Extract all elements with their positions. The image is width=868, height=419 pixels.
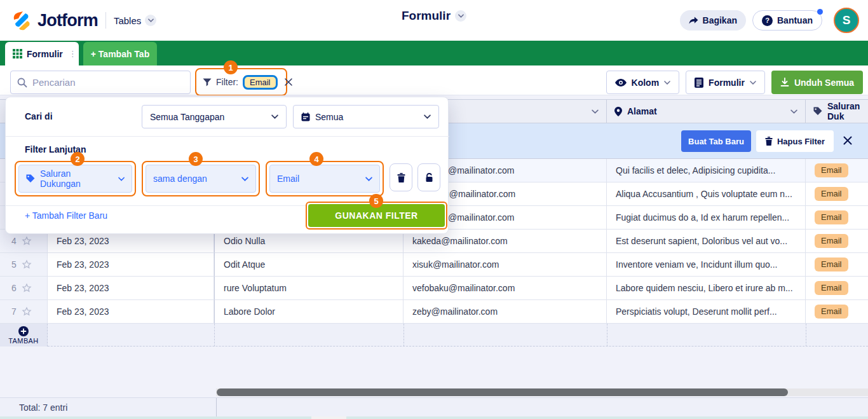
filter-field-value: Saluran Dukungan xyxy=(40,168,108,189)
document-icon xyxy=(695,78,703,88)
tables-product-dropdown[interactable]: Tables xyxy=(114,15,156,26)
avatar[interactable]: S xyxy=(834,8,859,33)
cell-alamat[interactable]: Est deserunt sapient, Doloribus vel aut … xyxy=(607,230,806,253)
date-range-value: Semua xyxy=(315,112,343,122)
filter-field-select[interactable]: Saluran Dukungan xyxy=(18,165,132,193)
filter-value-value: Email xyxy=(277,174,299,184)
total-entries-label: Total: 7 entri xyxy=(19,402,67,413)
value-select-highlight: Email xyxy=(266,161,384,196)
cell-email[interactable]: xisuk@mailinator.com xyxy=(403,253,607,277)
horizontal-scrollbar-track[interactable] xyxy=(216,388,868,396)
field-select-highlight: Saluran Dukungan xyxy=(15,161,136,196)
horizontal-scrollbar-thumb[interactable] xyxy=(217,388,788,396)
close-action-bar-icon[interactable] xyxy=(841,134,854,147)
cell-name[interactable]: Odit Atque xyxy=(214,253,403,277)
add-tab-button[interactable]: + Tambah Tab xyxy=(83,42,157,65)
cell-alamat[interactable]: Perspiciatis volupt, Deserunt mollit per… xyxy=(607,300,806,324)
filter-operator-select[interactable]: sama dengan xyxy=(146,165,256,193)
cell-date[interactable]: Feb 23, 2023 xyxy=(48,253,214,277)
email-type-badge: Email xyxy=(815,210,848,224)
columns-button[interactable]: Kolom xyxy=(606,71,680,94)
unlock-icon xyxy=(425,173,433,182)
chevron-down-icon xyxy=(790,109,797,114)
download-all-button[interactable]: Unduh Semua xyxy=(771,71,863,94)
chevron-down-icon xyxy=(241,177,248,181)
search-box[interactable] xyxy=(10,71,191,94)
form-title-dropdown[interactable]: Formulir xyxy=(402,0,466,32)
email-type-badge: Email xyxy=(815,163,848,177)
row-number-cell[interactable]: 7 xyxy=(0,300,48,324)
cell-saluran[interactable]: Email xyxy=(806,300,868,324)
cell-alamat[interactable]: Fugiat ducimus do a, Id ex harum repelle… xyxy=(607,206,806,230)
cell-saluran[interactable]: Email xyxy=(806,182,868,206)
jotform-tables-app: Jotform Tables Formulir Bagikan xyxy=(0,0,868,419)
cell-date[interactable]: Feb 23, 2023 xyxy=(48,277,214,300)
cell-alamat[interactable]: Qui facilis et delec, Adipisicing cupidi… xyxy=(607,159,806,182)
star-icon[interactable] xyxy=(22,236,32,246)
star-icon[interactable] xyxy=(22,306,32,317)
annotation-badge-3: 3 xyxy=(189,152,203,166)
help-button[interactable]: ? Bantuan xyxy=(752,10,822,31)
chevron-down-icon xyxy=(455,10,466,22)
star-icon[interactable] xyxy=(22,283,32,293)
cell-alamat[interactable]: Labore quidem nesciu, Libero et irure ab… xyxy=(607,277,806,300)
share-button[interactable]: Bagikan xyxy=(680,10,746,31)
tab-bar: Formulir ⋮ + Tambah Tab xyxy=(0,41,868,65)
header-alamat-label: Alamat xyxy=(627,106,657,116)
table-row[interactable]: 6 Feb 23, 2023 rure Voluptatum vefobaku@… xyxy=(0,277,868,300)
cell-alamat[interactable]: Inventore veniam ve, Incidunt illum quo.… xyxy=(607,253,806,277)
notification-dot xyxy=(817,9,823,15)
cell-name[interactable]: Labore Dolor xyxy=(214,300,403,324)
location-pin-icon xyxy=(614,107,622,116)
filter-value-chip[interactable]: Email xyxy=(243,75,278,90)
cell-email[interactable]: zeby@mailinator.com xyxy=(403,300,607,324)
trash-icon xyxy=(765,137,773,146)
remove-filter-icon[interactable] xyxy=(285,78,292,86)
row-number-cell[interactable]: 6 xyxy=(0,277,48,300)
annotation-badge-5: 5 xyxy=(369,194,383,208)
cell-saluran[interactable]: Email xyxy=(806,159,868,182)
add-entry-row: TAMBAH xyxy=(0,324,868,347)
star-icon[interactable] xyxy=(22,259,32,270)
tab-formulir[interactable]: Formulir ⋮ xyxy=(5,42,79,65)
table-row[interactable]: 7 Feb 23, 2023 Labore Dolor zeby@mailina… xyxy=(0,300,868,324)
chevron-down-icon xyxy=(365,177,372,181)
header-alamat-column[interactable]: Alamat xyxy=(607,100,806,123)
footer-divider xyxy=(216,398,217,417)
jotform-logo[interactable]: Jotform xyxy=(10,10,98,31)
columns-label: Kolom xyxy=(632,78,660,88)
header-saluran-column[interactable]: Saluran Duk xyxy=(806,100,868,123)
clear-filter-button[interactable]: Hapus Filter xyxy=(756,130,834,152)
product-name: Tables xyxy=(114,15,141,26)
active-filter-chip[interactable]: Filter: Email xyxy=(195,68,287,96)
create-new-tab-button[interactable]: Buat Tab Baru xyxy=(681,130,751,152)
clear-filter-label: Hapus Filter xyxy=(777,137,825,146)
add-entry-button[interactable]: TAMBAH xyxy=(0,324,48,347)
scope-select[interactable]: Semua Tanggapan xyxy=(142,105,287,128)
add-tab-label: + Tambah Tab xyxy=(91,49,149,59)
cell-saluran[interactable]: Email xyxy=(806,253,868,277)
row-number-cell[interactable]: 5 xyxy=(0,253,48,277)
filter-value-select[interactable]: Email xyxy=(269,165,380,193)
tab-menu-icon[interactable]: ⋮ xyxy=(69,51,77,57)
add-new-filter-link[interactable]: + Tambah Filter Baru xyxy=(25,210,107,221)
lock-filter-row-button[interactable] xyxy=(417,163,440,191)
tag-icon xyxy=(26,174,35,183)
table-row[interactable]: 5 Feb 23, 2023 Odit Atque xisuk@mailinat… xyxy=(0,253,868,277)
cell-saluran[interactable]: Email xyxy=(806,230,868,253)
cell-name[interactable]: rure Voluptatum xyxy=(214,277,403,300)
table-grid-icon xyxy=(13,49,22,58)
search-input[interactable] xyxy=(32,77,172,88)
help-label: Bantuan xyxy=(777,15,813,25)
cell-saluran[interactable]: Email xyxy=(806,206,868,230)
delete-filter-row-button[interactable] xyxy=(390,163,412,191)
calendar-icon xyxy=(301,113,310,121)
form-button[interactable]: Formulir xyxy=(686,71,765,94)
cell-email[interactable]: vefobaku@mailinator.com xyxy=(403,277,607,300)
date-range-select[interactable]: Semua xyxy=(293,105,439,128)
cell-alamat[interactable]: Aliqua Accusantium , Quis voluptate eum … xyxy=(607,182,806,206)
eye-icon xyxy=(615,79,627,86)
cell-date[interactable]: Feb 23, 2023 xyxy=(48,300,214,324)
cell-saluran[interactable]: Email xyxy=(806,277,868,300)
trash-icon xyxy=(397,173,405,182)
